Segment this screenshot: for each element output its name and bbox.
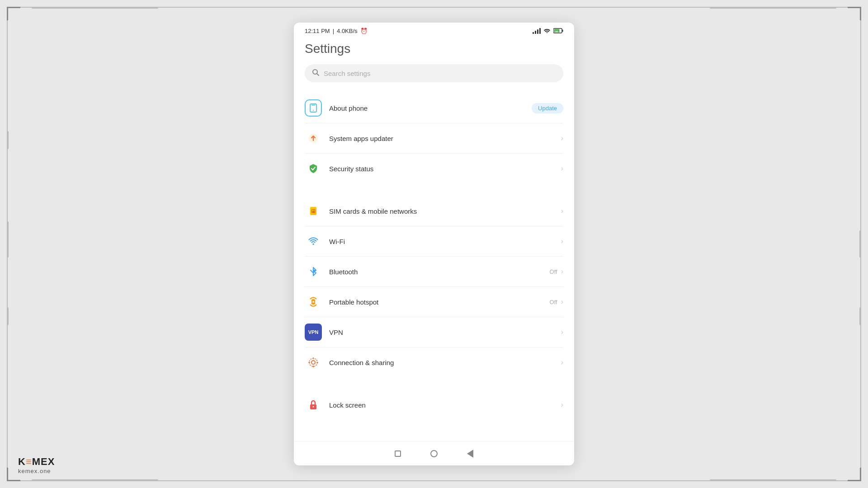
- bluetooth-status: Off: [550, 268, 557, 275]
- nav-recents-button[interactable]: [393, 449, 402, 458]
- svg-point-16: [313, 244, 314, 245]
- signal-bars-icon: [533, 28, 541, 34]
- chevron-icon: ›: [561, 298, 563, 306]
- status-separator: |: [333, 28, 334, 34]
- bluetooth-right: Off ›: [550, 267, 563, 276]
- hotspot-right: Off ›: [550, 298, 563, 306]
- connection-sharing-icon: [305, 354, 322, 371]
- settings-item-sim[interactable]: SIM cards & mobile networks ›: [305, 196, 563, 226]
- vpn-icon: VPN: [305, 324, 322, 341]
- wifi-right: ›: [561, 237, 563, 245]
- wifi-label: Wi-Fi: [329, 238, 561, 245]
- side-bracket-right-bot: [859, 307, 861, 325]
- svg-rect-14: [312, 211, 313, 212]
- watermark-logo: K≡MEX: [18, 456, 55, 468]
- vpn-right: ›: [561, 328, 563, 336]
- chevron-icon: ›: [561, 164, 563, 173]
- svg-point-19: [309, 358, 317, 366]
- update-badge[interactable]: Update: [532, 103, 563, 113]
- security-right: ›: [561, 164, 563, 173]
- side-bracket-left-mid: [7, 221, 9, 239]
- about-phone-icon: [305, 99, 322, 117]
- security-icon: [305, 160, 322, 177]
- lock-screen-label: Lock screen: [329, 401, 561, 409]
- settings-item-bluetooth[interactable]: Bluetooth Off ›: [305, 257, 563, 287]
- settings-item-connection-sharing[interactable]: Connection & sharing ›: [305, 347, 563, 377]
- about-phone-right: Update: [532, 103, 563, 113]
- section-security: Lock screen ›: [305, 390, 563, 420]
- status-bar: 12:11 PM | 4.0KB/s ⏰: [294, 23, 574, 37]
- about-phone-text: About phone: [329, 104, 532, 112]
- settings-item-security[interactable]: Security status ›: [305, 154, 563, 183]
- phone-screen: 12:11 PM | 4.0KB/s ⏰: [294, 23, 574, 465]
- vpn-text: VPN: [329, 328, 561, 336]
- section-divider-1: [305, 191, 563, 196]
- bottom-nav: [294, 441, 574, 465]
- security-label: Security status: [329, 165, 561, 173]
- alarm-icon: ⏰: [360, 28, 368, 34]
- sim-text: SIM cards & mobile networks: [329, 207, 561, 215]
- connection-sharing-right: ›: [561, 358, 563, 366]
- section-system: About phone Update System apps updater: [305, 93, 563, 183]
- frame-line-top-right: [710, 7, 836, 9]
- settings-item-lock-screen[interactable]: Lock screen ›: [305, 390, 563, 420]
- frame-line-bottom-left: [32, 479, 158, 481]
- chevron-icon: ›: [561, 134, 563, 142]
- status-time: 12:11 PM: [305, 28, 330, 34]
- home-icon: [430, 450, 438, 457]
- status-left: 12:11 PM | 4.0KB/s ⏰: [305, 28, 368, 34]
- security-text: Security status: [329, 165, 561, 173]
- settings-item-about-phone[interactable]: About phone Update: [305, 93, 563, 123]
- chevron-icon: ›: [561, 267, 563, 276]
- nav-home-button[interactable]: [429, 449, 439, 458]
- search-icon: [312, 69, 319, 78]
- svg-rect-12: [312, 210, 313, 211]
- connection-sharing-text: Connection & sharing: [329, 359, 561, 366]
- system-apps-right: ›: [561, 134, 563, 142]
- signal-bar-2: [535, 31, 536, 34]
- wifi-status-icon: [543, 27, 551, 34]
- system-apps-text: System apps updater: [329, 135, 561, 142]
- section-connections: SIM cards & mobile networks ›: [305, 196, 563, 377]
- sim-icon: [305, 202, 322, 220]
- side-bracket-left-bot: [7, 307, 9, 325]
- vpn-label: VPN: [329, 328, 561, 336]
- settings-item-hotspot[interactable]: Portable hotspot Off ›: [305, 287, 563, 317]
- sim-right: ›: [561, 207, 563, 215]
- svg-rect-15: [314, 211, 315, 212]
- bluetooth-icon: [305, 263, 322, 280]
- settings-content: Settings Search settings About: [294, 37, 574, 444]
- system-apps-label: System apps updater: [329, 135, 561, 142]
- recents-icon: [395, 450, 401, 457]
- search-bar[interactable]: Search settings: [305, 64, 563, 82]
- about-phone-label: About phone: [329, 104, 532, 112]
- back-icon: [467, 450, 473, 458]
- svg-text:50: 50: [555, 30, 558, 33]
- section-divider-2: [305, 385, 563, 390]
- lock-screen-icon: [305, 396, 322, 413]
- hotspot-label: Portable hotspot: [329, 298, 550, 306]
- frame-line-bottom-right: [710, 479, 836, 481]
- svg-point-8: [313, 110, 314, 111]
- svg-rect-13: [314, 210, 315, 211]
- chevron-icon: ›: [561, 328, 563, 336]
- bluetooth-text: Bluetooth: [329, 268, 550, 276]
- nav-back-button[interactable]: [466, 449, 475, 458]
- wifi-text: Wi-Fi: [329, 238, 561, 245]
- signal-bar-3: [537, 29, 538, 34]
- sim-label: SIM cards & mobile networks: [329, 207, 561, 215]
- corner-br: [848, 468, 861, 481]
- page-title: Settings: [305, 42, 563, 56]
- wifi-icon: [305, 233, 322, 250]
- settings-item-vpn[interactable]: VPN VPN ›: [305, 317, 563, 347]
- svg-point-21: [313, 406, 314, 408]
- search-placeholder: Search settings: [324, 70, 370, 77]
- chevron-icon: ›: [561, 358, 563, 366]
- lock-screen-text: Lock screen: [329, 401, 561, 409]
- chevron-icon: ›: [561, 207, 563, 215]
- watermark-sub: kemex.one: [18, 468, 55, 474]
- svg-rect-1: [562, 30, 563, 32]
- settings-item-wifi[interactable]: Wi-Fi ›: [305, 226, 563, 257]
- connection-sharing-label: Connection & sharing: [329, 359, 561, 366]
- settings-item-system-apps[interactable]: System apps updater ›: [305, 123, 563, 154]
